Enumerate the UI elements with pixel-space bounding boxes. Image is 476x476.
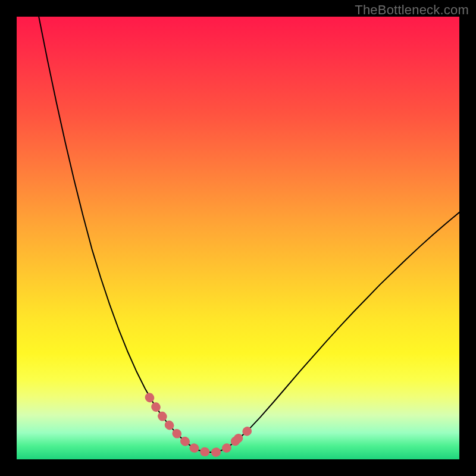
highlight-segments (149, 397, 251, 453)
plot-area (17, 17, 459, 459)
highlight-segment (185, 441, 216, 453)
highlight-segment (238, 427, 251, 439)
highlight-segment (149, 397, 185, 441)
curve-svg (17, 17, 459, 459)
chart-frame: TheBottleneck.com (0, 0, 476, 476)
bottleneck-curve (39, 17, 459, 452)
watermark-text: TheBottleneck.com (355, 2, 469, 18)
